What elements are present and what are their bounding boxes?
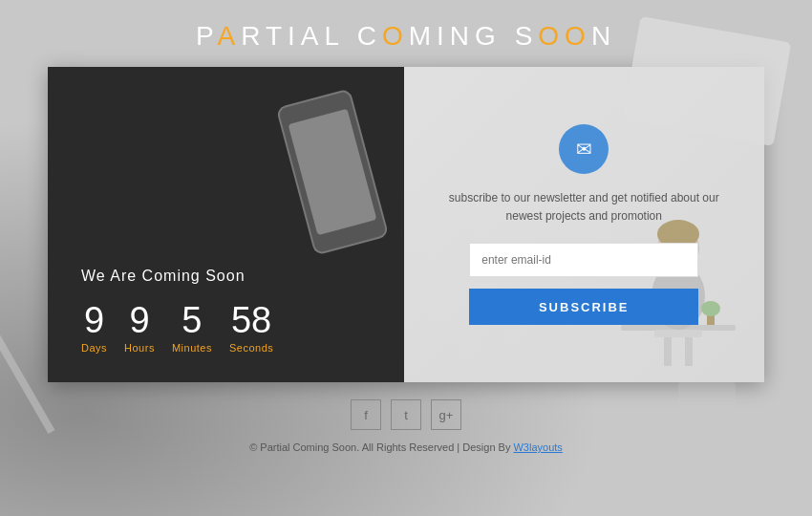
days-number: 9 [81, 302, 107, 338]
right-panel: ✉ subscribe to our newsletter and get no… [404, 67, 765, 382]
minutes-number: 5 [172, 302, 212, 338]
left-panel: We Are Coming Soon 9 Days 9 Hours 5 Minu… [48, 67, 404, 382]
seconds-number: 58 [229, 302, 273, 338]
google-plus-icon[interactable]: g+ [431, 399, 461, 430]
phone-screen [288, 109, 376, 235]
countdown-hours: 9 Hours [124, 302, 155, 354]
countdown-timer: 9 Days 9 Hours 5 Minutes 58 Seconds [81, 302, 375, 354]
countdown-seconds: 58 Seconds [229, 302, 273, 354]
coming-soon-heading: We Are Coming Soon [81, 268, 375, 285]
minutes-label: Minutes [172, 342, 212, 354]
email-icon: ✉ [576, 138, 592, 161]
days-label: Days [81, 342, 107, 354]
svg-point-8 [701, 301, 720, 316]
svg-rect-2 [664, 337, 672, 366]
subscribe-button[interactable]: SUBSCRIBE [469, 289, 698, 325]
bg-spiral [678, 382, 736, 459]
seconds-label: Seconds [229, 342, 273, 354]
phone-illustration [270, 86, 375, 277]
main-panel: We Are Coming Soon 9 Days 9 Hours 5 Minu… [48, 67, 764, 382]
left-content: We Are Coming Soon 9 Days 9 Hours 5 Minu… [81, 268, 375, 354]
newsletter-description: subscribe to our newsletter and get noti… [438, 189, 732, 226]
twitter-icon[interactable]: t [391, 399, 421, 430]
facebook-icon[interactable]: f [351, 399, 381, 430]
copyright-text: © Partial Coming Soon. All Rights Reserv… [249, 441, 563, 453]
svg-rect-3 [685, 337, 693, 366]
svg-rect-1 [654, 330, 702, 337]
email-input[interactable] [469, 243, 698, 277]
countdown-minutes: 5 Minutes [172, 302, 212, 354]
hours-number: 9 [124, 302, 155, 338]
email-icon-container: ✉ [559, 124, 609, 174]
phone-body [275, 88, 389, 255]
countdown-days: 9 Days [81, 302, 107, 354]
designer-link[interactable]: W3layouts [513, 441, 562, 453]
social-icons-container: f t g+ [351, 399, 461, 430]
hours-label: Hours [124, 342, 155, 354]
